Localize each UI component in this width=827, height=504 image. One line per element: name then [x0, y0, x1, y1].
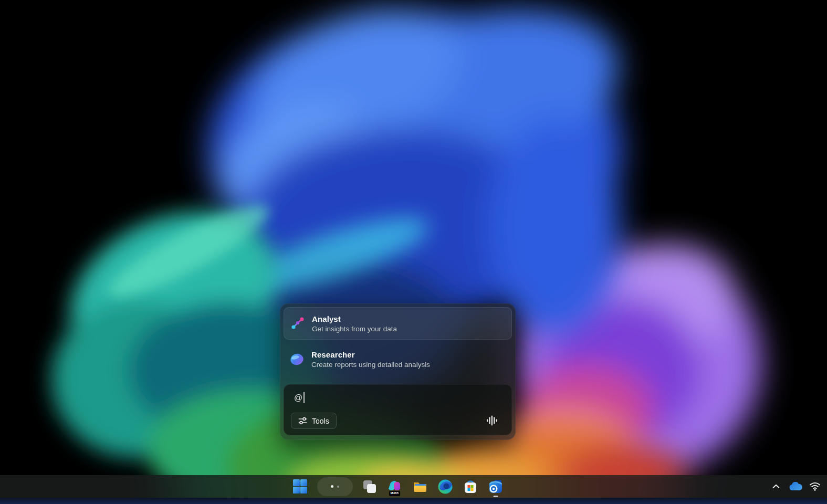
suggestion-title: Researcher — [311, 350, 430, 359]
tools-button[interactable]: Tools — [291, 413, 337, 429]
waveform-icon — [486, 415, 498, 426]
suggestion-researcher[interactable]: Researcher Create reports using detailed… — [284, 342, 512, 376]
microsoft-store-button[interactable] — [462, 478, 479, 495]
m365-badge: M365 — [389, 491, 401, 496]
microsoft-edge-icon — [437, 479, 453, 495]
taskbar-center-icons: M365 — [292, 475, 504, 498]
tray-chevron-button[interactable] — [770, 481, 782, 492]
onedrive-tray-button[interactable] — [790, 481, 801, 492]
suggestion-title: Analyst — [312, 314, 397, 323]
outlook-icon — [488, 479, 504, 495]
tools-button-label: Tools — [312, 417, 329, 425]
system-tray — [770, 475, 821, 498]
search-dot-icon — [337, 486, 339, 488]
prompt-input-value-line: @ — [294, 392, 305, 403]
prompt-input[interactable]: @ Tools — [284, 384, 512, 435]
screen-bottom-strip — [0, 498, 827, 504]
task-view-button[interactable] — [361, 478, 378, 495]
suggestion-subtitle: Get insights from your data — [312, 325, 397, 333]
outlook-button[interactable] — [487, 478, 504, 495]
prompt-input-value: @ — [294, 393, 302, 403]
windows-start-icon — [292, 479, 308, 494]
sliders-icon — [298, 416, 307, 425]
suggestion-subtitle: Create reports using detailed analysis — [311, 361, 430, 369]
start-button[interactable] — [292, 478, 309, 495]
onedrive-icon — [789, 482, 802, 491]
m365-copilot-button[interactable]: M365 — [386, 478, 403, 495]
running-app-indicator — [493, 496, 498, 497]
task-view-icon — [362, 479, 377, 494]
voice-input-button[interactable] — [486, 414, 498, 427]
microsoft-store-icon — [463, 479, 478, 495]
text-caret — [303, 392, 305, 403]
search-dot-icon — [331, 485, 333, 488]
search-pill[interactable] — [317, 477, 353, 496]
edge-button[interactable] — [437, 478, 454, 495]
copilot-prompt-panel: Analyst Get insights from your data Rese… — [280, 303, 516, 440]
network-tray-button[interactable] — [809, 481, 821, 492]
suggestion-analyst-text: Analyst Get insights from your data — [312, 314, 397, 333]
suggestion-researcher-text: Researcher Create reports using detailed… — [311, 350, 430, 369]
wifi-icon — [809, 482, 821, 491]
file-explorer-button[interactable] — [412, 478, 428, 495]
taskbar: M365 — [0, 475, 827, 498]
file-explorer-icon — [412, 479, 428, 495]
trend-dots-icon — [290, 317, 305, 331]
suggestion-analyst[interactable]: Analyst Get insights from your data — [284, 307, 512, 340]
chevron-up-icon — [772, 484, 780, 489]
planet-icon — [290, 352, 304, 366]
